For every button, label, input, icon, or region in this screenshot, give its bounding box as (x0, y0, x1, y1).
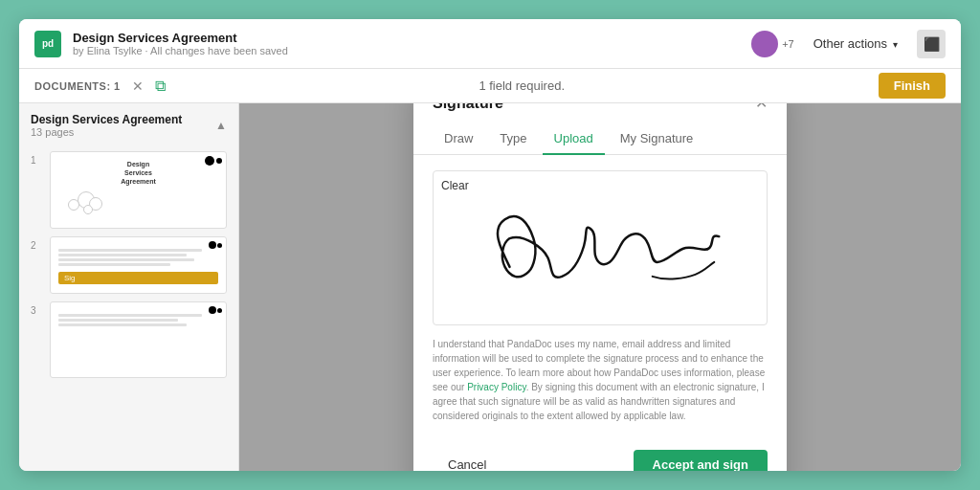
tab-upload[interactable]: Upload (543, 123, 605, 155)
accept-sign-button[interactable]: Accept and sign (634, 450, 768, 471)
avatar-group: +7 (751, 31, 794, 57)
thumb-icon (205, 156, 222, 166)
cancel-button[interactable]: Cancel (433, 450, 501, 471)
page-thumbnail-1[interactable]: DesignServicesAgreement (50, 151, 227, 229)
avatar (751, 31, 778, 57)
app-window: pd Design Services Agreement by Elina Ts… (19, 19, 961, 471)
sidebar: Design Services Agreement 13 pages ▲ 1 D… (19, 103, 239, 471)
thumb-text-lines (58, 249, 218, 268)
doc-title: Design Services Agreement (73, 31, 740, 45)
page-thumbnail-2[interactable]: Sig (50, 236, 227, 294)
signature-area: Clear (433, 170, 768, 325)
header: pd Design Services Agreement by Elina Ts… (19, 19, 961, 69)
header-actions: +7 Other actions ⬛ (751, 30, 946, 58)
chevron-down-icon (891, 36, 898, 51)
thumb-icon-2 (209, 241, 222, 249)
modal-legal-text: I understand that PandaDoc uses my name,… (433, 337, 768, 423)
chat-icon: ⬛ (924, 36, 940, 52)
sidebar-doc-name: Design Services Agreement (31, 113, 182, 126)
page-number-2: 2 (31, 240, 42, 251)
page-thumb-3[interactable]: 3 (19, 298, 238, 382)
pandadoc-logo: pd (34, 31, 61, 57)
close-panel-button[interactable]: ✕ (132, 78, 144, 94)
documents-label: DOCUMENTS: 1 (34, 80, 121, 92)
doc-info: Design Services Agreement by Elina Tsylk… (73, 31, 740, 56)
signature-modal: Signature ✕ Draw Type Upload My Signatur… (413, 103, 787, 471)
thumb-icon-3 (209, 306, 222, 314)
modal-body: Clear I understand that PandaDoc uses my… (413, 155, 787, 438)
tab-draw[interactable]: Draw (433, 123, 484, 155)
page-number-1: 1 (31, 155, 42, 166)
tab-my-signature[interactable]: My Signature (609, 123, 705, 155)
thumb-text-lines-3 (58, 314, 218, 328)
sign-placeholder: Sig (58, 272, 218, 284)
copy-button[interactable]: ⧉ (155, 78, 166, 95)
modal-footer: Cancel Accept and sign (413, 438, 787, 471)
page-thumbnail-3[interactable] (50, 301, 227, 378)
doc-viewer: DesignServicesAgreement (239, 103, 961, 471)
page-number-3: 3 (31, 305, 42, 316)
field-required-notice: 1 field required. (177, 78, 867, 93)
doc-subtitle: by Elina Tsylke · All changes have been … (73, 45, 740, 56)
page-thumb-1[interactable]: 1 DesignServicesAgreement (19, 147, 238, 233)
chat-button[interactable]: ⬛ (917, 30, 946, 58)
sidebar-doc-pages: 13 pages (31, 126, 182, 138)
modal-close-button[interactable]: ✕ (755, 103, 768, 111)
sidebar-doc-header: Design Services Agreement 13 pages ▲ (19, 103, 238, 147)
collapse-icon[interactable]: ▲ (215, 119, 227, 132)
finish-button[interactable]: Finish (879, 73, 946, 99)
modal-title: Signature (433, 103, 503, 112)
other-actions-button[interactable]: Other actions (806, 33, 905, 55)
main-content: Design Services Agreement 13 pages ▲ 1 D… (19, 103, 961, 471)
modal-tabs: Draw Type Upload My Signature (413, 123, 787, 155)
modal-header: Signature ✕ (413, 103, 787, 112)
signature-drawing (434, 171, 767, 324)
thumb-decoration (58, 191, 218, 220)
avatar-count: +7 (782, 38, 794, 50)
page-thumb-2[interactable]: 2 Sig (19, 233, 238, 298)
modal-overlay: Signature ✕ Draw Type Upload My Signatur… (239, 103, 961, 471)
sub-header: DOCUMENTS: 1 ✕ ⧉ 1 field required. Finis… (19, 69, 961, 103)
clear-button[interactable]: Clear (441, 179, 469, 192)
privacy-policy-link[interactable]: Privacy Policy (467, 382, 526, 392)
tab-type[interactable]: Type (488, 123, 538, 155)
thumb-title: DesignServicesAgreement (58, 160, 218, 186)
